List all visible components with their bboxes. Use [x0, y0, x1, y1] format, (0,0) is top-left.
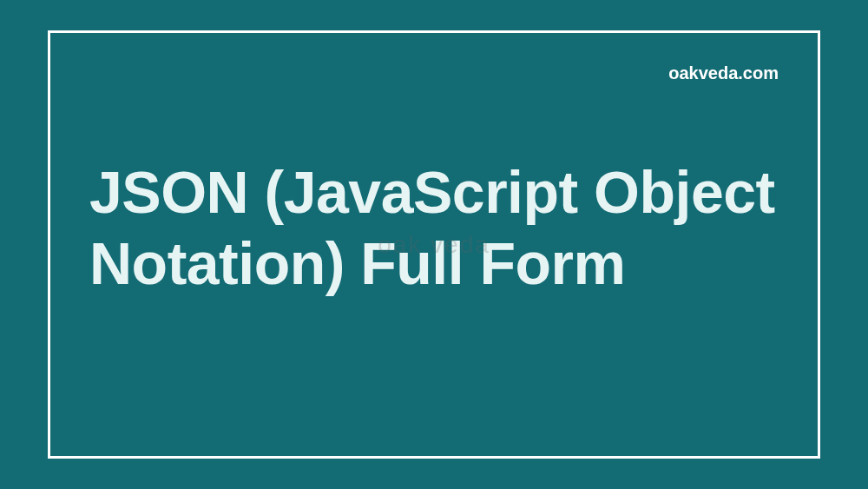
content-frame: oakveda.com JSON (JavaScript Object Nota…: [48, 30, 820, 459]
page-title: JSON (JavaScript Object Notation) Full F…: [89, 157, 779, 299]
website-url: oakveda.com: [89, 63, 779, 83]
